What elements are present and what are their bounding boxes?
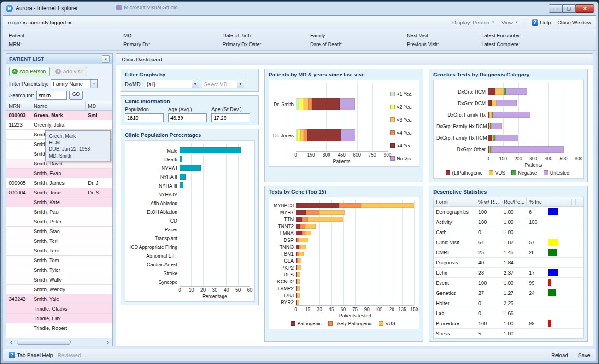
- filter-by-select[interactable]: Family Name ▼: [51, 79, 98, 88]
- maximize-button[interactable]: ▢: [562, 4, 576, 13]
- column-header-md[interactable]: MD: [86, 101, 112, 110]
- reviewed-toggle[interactable]: Reviewed: [58, 352, 81, 358]
- stats-row[interactable]: Stress51.00: [434, 329, 583, 339]
- stats-cell: Stress: [434, 331, 476, 336]
- patient-row[interactable]: Smith, Stan: [6, 227, 112, 236]
- chart-legend-item: Pathogenic: [291, 321, 322, 326]
- chart-bar-segment: [296, 224, 300, 229]
- display-person-dropdown[interactable]: Display: Person▼: [452, 20, 495, 25]
- scroll-right-icon[interactable]: ›: [104, 339, 112, 346]
- patient-row[interactable]: Smith, Terri: [6, 246, 112, 256]
- patient-row[interactable]: 000003Green, MarkSmi: [6, 111, 112, 120]
- stats-column-pct[interactable]: % w/ R...: [476, 197, 501, 206]
- add-person-button[interactable]: + Add Person: [9, 67, 50, 76]
- stats-row[interactable]: Holter02.25: [434, 298, 583, 308]
- stats-row[interactable]: Clinic Visit641.8257: [434, 237, 583, 247]
- clinic-dashboard-tab[interactable]: Clinic Dashboard: [116, 54, 593, 65]
- stats-row[interactable]: Lab01.66: [434, 308, 583, 318]
- stats-column-form[interactable]: Form: [434, 197, 476, 206]
- chart-tick-label: 150: [411, 307, 418, 312]
- chart-legend-item: Likely Pathogenic: [328, 321, 372, 326]
- stats-row[interactable]: Activity1001.00100: [434, 217, 583, 227]
- stats-column-inc[interactable]: % Inc: [527, 197, 546, 206]
- search-input[interactable]: [36, 91, 67, 100]
- save-button[interactable]: Save: [578, 352, 590, 358]
- patient-row[interactable]: Smith, Tom: [6, 256, 112, 265]
- stats-column-rec[interactable]: Rec/Pe...: [501, 197, 527, 206]
- clinic-info-value[interactable]: [125, 113, 164, 122]
- patient-row[interactable]: Smith, Teri: [6, 236, 112, 246]
- clinic-info-value[interactable]: [211, 113, 250, 122]
- patient-row[interactable]: Trindle, Gladys: [6, 304, 112, 314]
- chart-row: TNNI3: [272, 243, 414, 250]
- chart-bar-segment: [339, 203, 361, 208]
- patient-row[interactable]: 343243Smith, Yale: [6, 294, 112, 304]
- chart-category-label: Stroke: [128, 270, 180, 276]
- stats-row[interactable]: Demographics1001.006: [434, 207, 583, 217]
- patient-row[interactable]: Smith, Wally: [6, 275, 112, 285]
- chart-bar-segment: [492, 100, 496, 106]
- help-button[interactable]: ? Help: [532, 19, 551, 26]
- reload-button[interactable]: Reload: [551, 352, 568, 358]
- close-icon[interactable]: ✕: [576, 4, 594, 13]
- patient-row[interactable]: Smith, Paul: [6, 207, 112, 217]
- chart-tick-label: 105: [375, 307, 383, 312]
- chart-tick-label: 135: [399, 307, 406, 312]
- patient-mrn: 000004: [6, 190, 31, 195]
- stats-row[interactable]: Echo282.3717: [434, 268, 583, 278]
- patient-row[interactable]: Smith, Tyler: [6, 265, 112, 275]
- patient-name: Smith, Tyler: [31, 267, 86, 273]
- chart-bar-segment: [495, 88, 504, 95]
- column-header-name[interactable]: Name: [31, 101, 86, 110]
- clinic-info-value[interactable]: [168, 113, 207, 122]
- chart-plot: MYBPC3MYH7TTNTNNT2LMNADSPTNNI3FBN1GLAPKP…: [272, 200, 414, 319]
- tab-panel-help-button[interactable]: ? Tab Panel Help: [9, 352, 53, 358]
- stats-row[interactable]: Genetics271.2724: [434, 288, 583, 298]
- patients-by-md-title: Patients by MD & years since last visit: [269, 72, 419, 77]
- minimize-button[interactable]: —: [549, 4, 562, 13]
- scrollbar-thumb[interactable]: [17, 340, 71, 345]
- patient-row[interactable]: 000004Smith, JonieDr. S: [6, 188, 112, 198]
- horizontal-scrollbar[interactable]: ‹ ›: [6, 338, 112, 346]
- patient-row[interactable]: Smith, Kate: [6, 198, 112, 207]
- patient-row[interactable]: Smith, Wendy: [6, 285, 112, 294]
- scrollbar-track[interactable]: [15, 340, 104, 345]
- stats-row[interactable]: Cath01.00: [434, 227, 583, 237]
- chart-bar-segment: [180, 165, 201, 171]
- stats-row[interactable]: CMRI251.4526: [434, 247, 583, 258]
- chart-bar-segment: [300, 224, 305, 229]
- md-select[interactable]: Select MD ▼: [202, 80, 244, 88]
- dx-select[interactable]: {all} ▼: [145, 80, 199, 88]
- chart-bar-segment: [341, 129, 355, 141]
- stats-swatch-cell: [546, 207, 583, 217]
- stats-row[interactable]: Diagnosis401.84: [434, 258, 583, 268]
- stats-row[interactable]: Event1001.0099: [434, 278, 583, 288]
- patient-row[interactable]: Trindle, Robert: [6, 323, 112, 333]
- chart-category-label: GLA: [272, 258, 296, 264]
- patient-row[interactable]: 11223Greenly, Julia: [6, 120, 112, 130]
- title-bar[interactable]: e Aurora - Internet Explorer Microsoft V…: [1, 2, 598, 14]
- collapse-panel-button[interactable]: «: [102, 55, 110, 63]
- chart-x-axis: 0102030405060: [180, 286, 250, 293]
- go-button[interactable]: GO: [69, 91, 83, 100]
- patient-row[interactable]: Smith, Peter: [6, 217, 112, 227]
- chart-legend-item: <4 Yea: [390, 130, 414, 135]
- stats-swatch-cell: [546, 237, 583, 247]
- column-header-mrn[interactable]: MRN: [6, 101, 31, 110]
- patient-row[interactable]: Smith, Evan: [6, 169, 112, 178]
- add-visit-button[interactable]: + Add Visit: [53, 67, 87, 76]
- chart-bar: [180, 226, 250, 232]
- scroll-left-icon[interactable]: ‹: [7, 339, 15, 346]
- chart-category-label: Dr. Smith: [272, 101, 296, 107]
- stats-cell: 100: [476, 321, 501, 326]
- stats-cell: 5: [476, 331, 501, 336]
- stats-row[interactable]: Procedure1001.0099: [434, 318, 583, 329]
- stats-cell: 0: [476, 229, 501, 235]
- chart-bar-segment: [300, 129, 304, 141]
- patient-row[interactable]: Trindle, Lilly: [6, 314, 112, 323]
- view-dropdown[interactable]: View▼: [501, 20, 518, 25]
- patient-row[interactable]: 000005Smith, JamesDr. J: [6, 178, 112, 188]
- chart-row: MYH7: [272, 209, 414, 216]
- close-window-button[interactable]: Close Window: [558, 20, 592, 25]
- logged-in-user[interactable]: rcope: [8, 20, 21, 25]
